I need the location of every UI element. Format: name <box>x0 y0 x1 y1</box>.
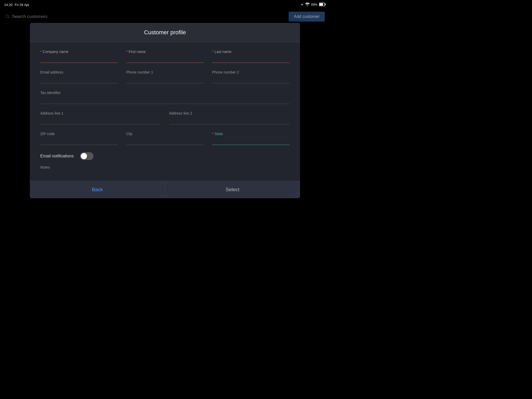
form-row-3: Tax identifier <box>40 91 290 104</box>
search-area[interactable]: Search customers <box>5 14 48 19</box>
company-name-input[interactable] <box>40 55 118 63</box>
modal-title: Customer profile <box>144 29 186 36</box>
status-left: 14:20 Fri 26 Apr <box>4 3 29 7</box>
wifi-icon <box>305 3 310 7</box>
notes-row: Notes <box>40 165 290 169</box>
date-display: Fri 26 Apr <box>15 3 29 7</box>
first-name-input[interactable] <box>126 55 204 63</box>
city-label: City <box>126 132 204 136</box>
form-row-2: Email address Phone number 1 Phone numbe… <box>40 70 290 83</box>
email-address-input[interactable] <box>40 76 118 83</box>
last-name-input[interactable] <box>212 55 290 63</box>
status-right: ✈ 69% <box>301 3 326 7</box>
city-input[interactable] <box>126 137 204 145</box>
last-name-label: * Last name <box>212 50 290 54</box>
zip-code-label: ZIP code <box>40 132 118 136</box>
last-name-field: * Last name <box>212 50 290 63</box>
email-address-field: Email address <box>40 70 118 83</box>
phone-number-1-input[interactable] <box>126 76 204 83</box>
tax-identifier-field: Tax identifier <box>40 91 290 104</box>
svg-rect-2 <box>320 3 323 5</box>
customer-profile-modal: Customer profile * Company name * First … <box>30 23 300 198</box>
email-notifications-label: Email notifications <box>40 154 74 158</box>
modal-body: * Company name * First name * Last name … <box>30 42 300 181</box>
battery-icon <box>319 3 326 7</box>
first-name-label: * First name <box>126 50 204 54</box>
phone-number-2-field: Phone number 2 <box>212 70 290 83</box>
phone-number-2-input[interactable] <box>212 76 290 83</box>
state-input[interactable] <box>212 137 290 145</box>
form-row-1: * Company name * First name * Last name <box>40 50 290 63</box>
select-button[interactable]: Select <box>165 181 300 198</box>
svg-point-3 <box>6 15 9 18</box>
battery-percentage: 69% <box>311 3 317 6</box>
time-display: 14:20 <box>4 3 13 7</box>
tax-identifier-label: Tax identifier <box>40 91 290 95</box>
form-row-4: Address line 1 Address line 2 <box>40 111 290 124</box>
tax-identifier-input[interactable] <box>40 96 290 104</box>
modal-footer: Back Select <box>30 181 300 198</box>
address-line-2-input[interactable] <box>169 117 290 124</box>
form-row-5: ZIP code City * State <box>40 132 290 145</box>
company-name-field: * Company name <box>40 50 118 63</box>
email-notifications-toggle[interactable] <box>80 152 94 160</box>
state-field: * State <box>212 132 290 145</box>
zip-code-field: ZIP code <box>40 132 118 145</box>
phone-number-2-label: Phone number 2 <box>212 70 290 74</box>
phone-number-1-field: Phone number 1 <box>126 70 204 83</box>
state-label: * State <box>212 132 290 136</box>
first-name-field: * First name <box>126 50 204 63</box>
email-notifications-row: Email notifications <box>40 152 290 160</box>
address-line-1-input[interactable] <box>40 117 161 124</box>
address-line-2-field: Address line 2 <box>169 111 290 124</box>
top-bar: Search customers Add customer <box>0 9 330 24</box>
zip-code-input[interactable] <box>40 137 118 145</box>
email-address-label: Email address <box>40 70 118 74</box>
search-icon <box>5 14 10 19</box>
airplane-icon: ✈ <box>301 3 303 6</box>
svg-line-4 <box>8 17 10 19</box>
address-line-1-field: Address line 1 <box>40 111 161 124</box>
city-field: City <box>126 132 204 145</box>
svg-rect-1 <box>325 4 326 5</box>
company-name-label: * Company name <box>40 50 118 54</box>
add-customer-button[interactable]: Add customer <box>289 12 325 22</box>
address-line-2-label: Address line 2 <box>169 111 290 115</box>
modal-header: Customer profile <box>30 23 300 42</box>
search-placeholder: Search customers <box>12 14 48 19</box>
address-line-1-label: Address line 1 <box>40 111 161 115</box>
phone-number-1-label: Phone number 1 <box>126 70 204 74</box>
status-bar: 14:20 Fri 26 Apr ✈ 69% <box>0 0 330 9</box>
toggle-thumb <box>81 153 87 159</box>
back-button[interactable]: Back <box>30 181 165 198</box>
notes-label: Notes <box>40 165 290 169</box>
